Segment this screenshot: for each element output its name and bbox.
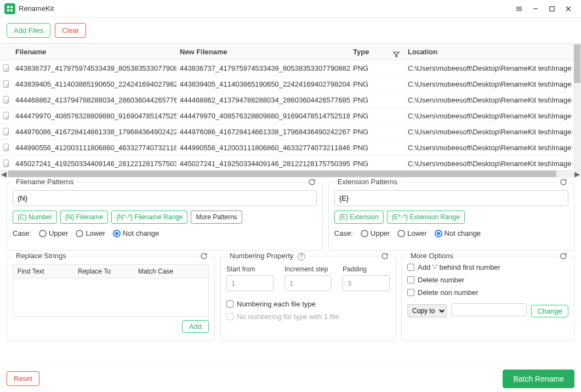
header-filename[interactable]: Filename [12, 44, 176, 60]
refresh-icon[interactable] [557, 178, 569, 188]
close-icon[interactable] [560, 1, 577, 17]
menu-icon[interactable] [511, 1, 527, 17]
table-row[interactable]: 443839405_411403865190650_22424169402798… [0, 76, 581, 92]
delete-non-number-checkbox[interactable] [407, 289, 414, 296]
extension-pattern-input[interactable] [334, 190, 568, 206]
start-from-label: Start from [226, 265, 274, 273]
file-icon [3, 64, 9, 72]
match-case-header: Match Case [134, 268, 178, 275]
svg-rect-1 [10, 6, 13, 8]
more-panel-title: More Options [407, 252, 457, 260]
table-row[interactable]: 444976086_416728414661338_17968436490242… [0, 124, 581, 140]
delete-number-checkbox[interactable] [407, 276, 414, 283]
reset-button[interactable]: Reset [7, 371, 39, 386]
help-icon[interactable]: ? [298, 253, 305, 260]
refresh-icon[interactable] [557, 252, 569, 262]
ext-case-notchange-radio[interactable]: Not change [435, 229, 481, 237]
numbering-each-type-checkbox[interactable] [226, 300, 233, 308]
minimize-icon[interactable] [527, 1, 544, 17]
increment-step-input[interactable] [284, 275, 332, 291]
replace-strings-panel: Replace Strings Find Text Replace To Mat… [7, 256, 215, 341]
add-files-button[interactable]: Add Files [7, 23, 50, 38]
cell-location: C:\Users\mobeesoft\Desktop\RenameKit tes… [405, 60, 581, 76]
header-type[interactable]: Type [350, 44, 405, 60]
copy-to-select[interactable]: Copy to [407, 304, 447, 317]
tag-filename-range[interactable]: {N*-*} Filename Range [111, 211, 187, 224]
start-from-input[interactable] [226, 275, 274, 291]
tag-e-extension[interactable]: {E} Extension [334, 211, 384, 224]
table-row[interactable]: 445027241_419250334409146_28122128175750… [0, 156, 581, 170]
cell-filename: 443836737_417975974533439_80538353307790… [12, 60, 176, 76]
case-upper-radio[interactable]: Upper [39, 229, 68, 237]
delete-number-label: Delete number [418, 276, 464, 284]
cell-location: C:\Users\mobeesoft\Desktop\RenameKit tes… [405, 124, 581, 140]
cell-filename: 444479970_408576328809880_91690478514752… [12, 108, 176, 124]
cell-location: C:\Users\mobeesoft\Desktop\RenameKit tes… [405, 76, 581, 92]
refresh-icon[interactable] [306, 178, 318, 188]
titlebar: RenameKit [0, 0, 581, 18]
file-icon [3, 112, 9, 120]
cell-newfilename: 445027241_419250334409146_28122128175750… [176, 156, 350, 170]
delete-non-number-label: Delete non number [418, 288, 479, 297]
add-dash-checkbox[interactable] [407, 264, 414, 271]
table-row[interactable]: 443836737_417975974533439_80538353307790… [0, 60, 581, 76]
cell-newfilename: 444976086_416728414661338_17968436490242… [176, 124, 350, 140]
horizontal-scrollbar[interactable]: ◀▶ [0, 170, 581, 178]
filter-icon[interactable] [392, 48, 400, 60]
tag-c-number[interactable]: {C} Number [13, 211, 57, 224]
padding-input[interactable] [343, 275, 390, 291]
cell-location: C:\Users\mobeesoft\Desktop\RenameKit tes… [405, 156, 581, 170]
change-button[interactable]: Change [531, 305, 568, 317]
case-notchange-radio[interactable]: Not change [113, 229, 160, 237]
ext-case-upper-radio[interactable]: Upper [361, 229, 390, 237]
cell-filename: 444468862_413794788288034_28603604426577… [12, 92, 176, 108]
cell-newfilename: 444468862_413794788288034_28603604426577… [176, 92, 350, 108]
header-newfilename[interactable]: New Filename [176, 44, 350, 60]
refresh-icon[interactable] [198, 252, 210, 262]
copy-to-path-input[interactable] [451, 303, 527, 316]
more-patterns-button[interactable]: More Patterns [191, 211, 242, 224]
vertical-scrollbar[interactable] [573, 44, 581, 170]
numbering-each-type-label: Numbering each file type [237, 300, 316, 308]
file-icon [3, 144, 9, 151]
app-icon [4, 3, 15, 14]
numbering-panel-title: Numbering Property ? [226, 252, 309, 260]
cell-type: PNG [350, 108, 405, 124]
cell-filename: 444990556_412003111806860_46332774073211… [12, 140, 176, 156]
no-numbering-1-label: No numbering for type with 1 file [237, 313, 339, 321]
add-dash-label: Add '-' behind first number [418, 263, 500, 271]
tag-n-filename[interactable]: {N} Filename [60, 211, 108, 224]
increment-step-label: Increment step [284, 265, 332, 273]
find-text-header: Find Text [13, 268, 73, 275]
svg-rect-2 [7, 9, 9, 12]
cell-location: C:\Users\mobeesoft\Desktop\RenameKit tes… [405, 140, 581, 156]
extension-panel-title: Extension Patterns [334, 178, 401, 186]
ext-case-lower-radio[interactable]: Lower [397, 229, 426, 237]
case-label: Case: [13, 229, 31, 237]
svg-rect-3 [10, 9, 13, 12]
padding-label: Padding [343, 265, 390, 273]
header-location[interactable]: Location [405, 44, 581, 60]
cell-filename: 443839405_411403865190650_22424169402798… [12, 76, 176, 92]
table-row[interactable]: 444468862_413794788288034_28603604426577… [0, 92, 581, 108]
add-replace-button[interactable]: Add [182, 320, 209, 333]
tag-extension-range[interactable]: {E*-*} Extension Range [387, 211, 465, 224]
cell-newfilename: 444990556_412003111806860_46332774073211… [176, 140, 350, 156]
cell-filename: 444976086_416728414661338_17968436490242… [12, 124, 176, 140]
table-row[interactable]: 444479970_408576328809880_91690478514752… [0, 108, 581, 124]
svg-rect-8 [550, 7, 554, 11]
table-row[interactable]: 444990556_412003111806860_46332774073211… [0, 140, 581, 156]
filename-patterns-panel: Filename Patterns {C} Number {N} Filenam… [7, 182, 323, 251]
extension-patterns-panel: Extension Patterns {E} Extension {E*-*} … [328, 182, 574, 251]
batch-rename-button[interactable]: Batch Rename [503, 370, 574, 388]
file-icon [3, 128, 9, 135]
replace-list[interactable] [13, 279, 209, 317]
refresh-icon[interactable] [379, 252, 391, 262]
case-lower-radio[interactable]: Lower [76, 229, 105, 237]
header-type-label: Type [353, 48, 369, 56]
clear-button[interactable]: Clear [55, 23, 86, 38]
file-table: Filename New Filename Type Location 4438… [0, 43, 581, 178]
maximize-icon[interactable] [544, 1, 560, 17]
cell-location: C:\Users\mobeesoft\Desktop\RenameKit tes… [405, 108, 581, 124]
filename-pattern-input[interactable] [13, 190, 317, 206]
